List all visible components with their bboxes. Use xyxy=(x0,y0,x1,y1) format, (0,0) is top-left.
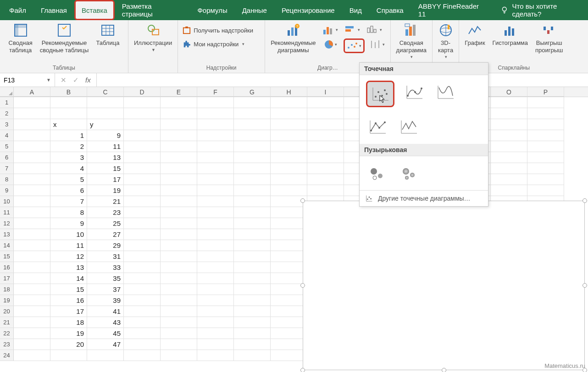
cell[interactable] xyxy=(161,119,197,130)
cell[interactable]: 14 xyxy=(50,273,87,284)
cell[interactable] xyxy=(234,119,271,130)
cell[interactable] xyxy=(197,339,234,350)
cell[interactable] xyxy=(50,108,87,119)
cell[interactable] xyxy=(161,339,197,350)
cell[interactable] xyxy=(161,130,197,141)
recommended-pivot-button[interactable]: Рекомендуемые сводные таблицы xyxy=(38,22,91,55)
get-addins-button[interactable]: Получить надстройки xyxy=(182,25,254,36)
row-header[interactable]: 16 xyxy=(0,262,14,273)
row-header[interactable]: 18 xyxy=(0,284,14,295)
row-header[interactable]: 4 xyxy=(0,130,14,141)
cell[interactable] xyxy=(161,152,197,163)
cancel-icon[interactable]: ✕ xyxy=(61,76,67,84)
row-header[interactable]: 5 xyxy=(0,141,14,152)
row-header[interactable]: 21 xyxy=(0,317,14,328)
column-header[interactable]: A xyxy=(14,87,50,97)
cell[interactable] xyxy=(271,229,307,240)
cell[interactable] xyxy=(197,273,234,284)
column-header[interactable]: I xyxy=(307,87,344,97)
formula-input[interactable] xyxy=(97,73,588,87)
cell[interactable]: 45 xyxy=(87,328,124,339)
cell[interactable] xyxy=(124,339,161,350)
cell[interactable]: 1 xyxy=(50,130,87,141)
cell[interactable] xyxy=(124,119,161,130)
scatter-smooth-lines-option[interactable] xyxy=(403,81,426,104)
tab-insert[interactable]: Вставка xyxy=(74,0,115,20)
cell[interactable] xyxy=(234,174,271,185)
cell[interactable] xyxy=(124,207,161,218)
cell[interactable] xyxy=(234,240,271,251)
cell[interactable]: 8 xyxy=(50,207,87,218)
cell[interactable] xyxy=(197,130,234,141)
row-header[interactable]: 7 xyxy=(0,163,14,174)
resize-handle[interactable] xyxy=(300,198,305,203)
row-header[interactable]: 20 xyxy=(0,306,14,317)
cell[interactable]: 39 xyxy=(87,295,124,306)
cell[interactable] xyxy=(161,295,197,306)
sparkline-line-button[interactable]: График xyxy=(463,22,487,48)
cell[interactable]: 41 xyxy=(87,306,124,317)
cell[interactable] xyxy=(271,350,307,361)
cell[interactable] xyxy=(491,185,527,196)
cell[interactable] xyxy=(124,229,161,240)
tab-view[interactable]: Вид xyxy=(342,0,369,20)
cell[interactable] xyxy=(14,251,50,262)
cell[interactable] xyxy=(161,229,197,240)
cell[interactable] xyxy=(271,273,307,284)
cell[interactable] xyxy=(234,284,271,295)
tell-me-box[interactable]: Что вы хотите сделать? xyxy=(500,2,586,18)
tab-page-layout[interactable]: Разметка страницы xyxy=(115,0,190,20)
tab-formulas[interactable]: Формулы xyxy=(190,0,234,20)
cell[interactable]: 16 xyxy=(50,295,87,306)
cell[interactable] xyxy=(161,328,197,339)
cell[interactable] xyxy=(307,185,344,196)
area-chart-button[interactable]: ▾ xyxy=(366,24,384,36)
resize-handle[interactable] xyxy=(582,198,587,203)
row-header[interactable]: 17 xyxy=(0,273,14,284)
cell[interactable] xyxy=(491,141,527,152)
cell[interactable] xyxy=(161,141,197,152)
cell[interactable] xyxy=(271,240,307,251)
cell[interactable] xyxy=(14,284,50,295)
column-header[interactable]: P xyxy=(527,87,564,97)
cell[interactable] xyxy=(271,163,307,174)
cell[interactable] xyxy=(197,141,234,152)
row-header[interactable]: 3 xyxy=(0,119,14,130)
cell[interactable]: 2 xyxy=(50,141,87,152)
cell[interactable]: 21 xyxy=(87,196,124,207)
cell[interactable]: 35 xyxy=(87,273,124,284)
table-button[interactable]: Таблица xyxy=(94,22,121,48)
cell[interactable]: 27 xyxy=(87,229,124,240)
cell[interactable] xyxy=(234,328,271,339)
cell[interactable] xyxy=(307,97,344,108)
stock-chart-button[interactable]: ▾ xyxy=(368,38,387,50)
cell[interactable] xyxy=(197,97,234,108)
cell[interactable] xyxy=(271,108,307,119)
cell[interactable] xyxy=(124,163,161,174)
cell[interactable] xyxy=(124,295,161,306)
cell[interactable] xyxy=(161,350,197,361)
cell[interactable]: 15 xyxy=(50,284,87,295)
cell[interactable] xyxy=(307,174,344,185)
cell[interactable] xyxy=(271,141,307,152)
cell[interactable] xyxy=(14,108,50,119)
row-header[interactable]: 1 xyxy=(0,97,14,108)
cell[interactable] xyxy=(161,240,197,251)
cell[interactable] xyxy=(14,328,50,339)
cell[interactable]: 10 xyxy=(50,229,87,240)
resize-handle[interactable] xyxy=(300,368,305,372)
bubble-3d-option[interactable] xyxy=(397,162,420,185)
cell[interactable] xyxy=(124,141,161,152)
column-header[interactable]: C xyxy=(87,87,124,97)
cell[interactable]: 29 xyxy=(87,240,124,251)
cell[interactable] xyxy=(124,262,161,273)
cell[interactable] xyxy=(14,141,50,152)
cell[interactable] xyxy=(124,218,161,229)
cell[interactable] xyxy=(307,119,344,130)
cell[interactable]: 23 xyxy=(87,207,124,218)
cell[interactable] xyxy=(87,350,124,361)
cell[interactable] xyxy=(234,97,271,108)
cell[interactable] xyxy=(197,262,234,273)
cell[interactable]: 4 xyxy=(50,163,87,174)
cell[interactable] xyxy=(124,240,161,251)
